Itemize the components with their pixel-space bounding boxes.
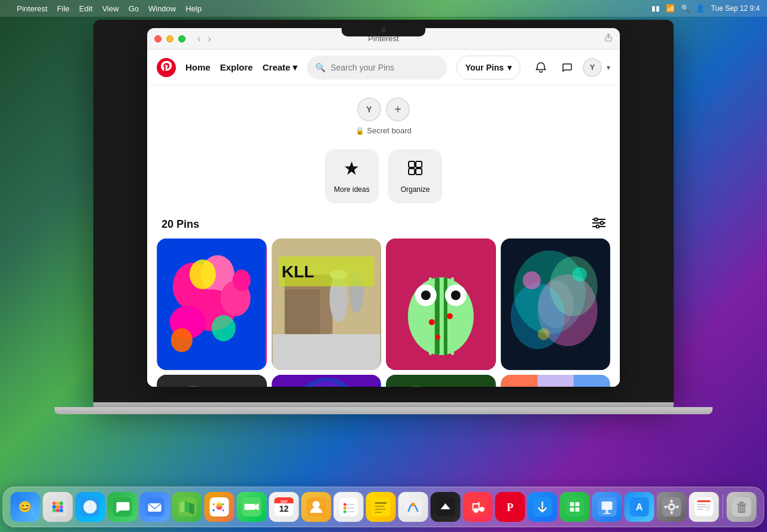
svg-text:●: ● xyxy=(212,507,215,513)
svg-point-49 xyxy=(537,280,573,328)
dock-item-numbers[interactable] xyxy=(560,492,590,522)
messages-button[interactable] xyxy=(556,57,578,78)
svg-rect-77 xyxy=(573,375,609,387)
user-avatar[interactable]: Y xyxy=(583,58,602,77)
svg-rect-3 xyxy=(409,169,415,175)
board-user-avatar: Y xyxy=(357,97,381,121)
menu-edit[interactable]: Edit xyxy=(79,4,92,13)
filter-button[interactable] xyxy=(592,218,605,231)
forward-button[interactable]: › xyxy=(205,32,213,45)
macbook-base-body xyxy=(54,407,713,414)
svg-point-84 xyxy=(53,502,56,505)
dock-item-facetime[interactable] xyxy=(237,492,267,522)
dock-item-music[interactable] xyxy=(463,492,493,522)
back-button[interactable]: ‹ xyxy=(195,32,203,45)
dock-item-appstore[interactable]: A xyxy=(625,492,655,522)
home-link[interactable]: Home xyxy=(185,62,211,72)
minimize-button[interactable] xyxy=(166,35,174,42)
svg-rect-135 xyxy=(468,497,488,516)
svg-rect-33 xyxy=(435,277,440,355)
svg-rect-148 xyxy=(576,507,580,512)
svg-point-121 xyxy=(343,503,346,506)
pins-count: 20 Pins xyxy=(162,218,199,231)
dock-item-photos[interactable]: ●●●● xyxy=(205,492,235,522)
pin-card[interactable]: 30 xyxy=(386,375,496,387)
dock-item-calendar[interactable]: SEP12 xyxy=(269,492,299,522)
more-ideas-button[interactable]: More ideas xyxy=(325,149,379,203)
svg-rect-76 xyxy=(537,375,573,387)
nav-bar: Home Explore Create ▾ 🔍 Search your Pins… xyxy=(147,50,620,85)
secret-board-section: Y + 🔒 Secret board xyxy=(147,85,620,145)
dock-item-pinterest[interactable]: P xyxy=(495,492,525,522)
svg-text:●: ● xyxy=(222,507,225,513)
dock-item-contacts[interactable] xyxy=(302,492,331,522)
svg-text:KLL: KLL xyxy=(281,262,314,281)
dock-item-maps[interactable] xyxy=(172,492,202,522)
board-add-button[interactable]: + xyxy=(386,97,410,121)
board-user-initial: Y xyxy=(366,105,372,114)
your-pins-button[interactable]: Your Pins ▾ xyxy=(456,56,521,80)
svg-point-9 xyxy=(601,222,604,225)
pinterest-logo[interactable] xyxy=(157,58,176,77)
dock-item-settings[interactable] xyxy=(657,492,687,522)
pin-card[interactable]: + xyxy=(272,375,382,387)
dock-item-keynote[interactable] xyxy=(592,492,622,522)
menu-go[interactable]: Go xyxy=(129,4,139,13)
svg-point-10 xyxy=(596,225,599,228)
search-icon[interactable]: 🔍 xyxy=(681,4,690,13)
dock-item-news[interactable] xyxy=(689,492,719,522)
svg-rect-144 xyxy=(565,497,585,516)
dock-item-launchpad[interactable] xyxy=(43,492,73,522)
dock-item-mail[interactable] xyxy=(140,492,170,522)
nav-icons: Y ▾ xyxy=(530,57,610,78)
svg-rect-132 xyxy=(404,497,423,516)
pin-card[interactable] xyxy=(157,375,267,387)
dock-item-notes[interactable] xyxy=(366,492,396,522)
dock-item-finder[interactable]: 😊 xyxy=(11,492,41,522)
dock-item-safari[interactable] xyxy=(75,492,105,522)
menu-bar: Pinterest File Edit View Go Window Help … xyxy=(0,0,767,17)
dock-item-airdrop[interactable] xyxy=(528,492,558,522)
menu-help[interactable]: Help xyxy=(185,4,202,13)
dock-item-appletv[interactable] xyxy=(431,492,461,522)
dock-item-trash[interactable] xyxy=(727,492,757,522)
app-name[interactable]: Pinterest xyxy=(17,4,47,13)
organize-label: Organize xyxy=(401,185,430,194)
pin-card[interactable] xyxy=(386,239,496,370)
your-pins-chevron: ▾ xyxy=(507,63,512,72)
explore-link[interactable]: Explore xyxy=(220,62,253,72)
notifications-button[interactable] xyxy=(530,57,552,78)
svg-rect-75 xyxy=(501,375,537,387)
svg-rect-120 xyxy=(339,497,358,516)
search-bar[interactable]: 🔍 Search your Pins xyxy=(307,56,446,80)
secret-label-text: Secret board xyxy=(367,126,411,135)
svg-point-20 xyxy=(233,270,251,291)
organize-icon xyxy=(407,160,424,181)
pin-card[interactable]: ? xyxy=(501,375,611,387)
dock-item-freeform[interactable] xyxy=(398,492,428,522)
dock-item-messages[interactable] xyxy=(108,492,138,522)
share-button[interactable] xyxy=(604,33,613,44)
svg-point-39 xyxy=(421,291,431,300)
svg-rect-146 xyxy=(576,502,580,506)
svg-point-19 xyxy=(171,328,193,352)
pin-card[interactable] xyxy=(501,239,611,370)
svg-rect-140 xyxy=(473,503,480,505)
user-chevron[interactable]: ▾ xyxy=(607,63,610,72)
menu-file[interactable]: File xyxy=(57,4,69,13)
dock-item-reminders[interactable] xyxy=(334,492,364,522)
your-pins-label: Your Pins xyxy=(465,63,504,72)
menu-view[interactable]: View xyxy=(102,4,119,13)
dock-divider xyxy=(723,495,723,519)
lock-icon: 🔒 xyxy=(355,127,364,135)
menu-window[interactable]: Window xyxy=(148,4,176,13)
create-dropdown[interactable]: Create ▾ xyxy=(263,62,298,73)
maximize-button[interactable] xyxy=(178,35,185,42)
organize-button[interactable]: Organize xyxy=(388,149,442,203)
pin-card[interactable]: KLL xyxy=(272,239,382,370)
pin-card[interactable] xyxy=(157,239,267,370)
close-button[interactable] xyxy=(154,35,162,42)
search-icon: 🔍 xyxy=(315,63,325,72)
user-icon[interactable]: 👤 xyxy=(696,4,705,13)
svg-rect-1 xyxy=(409,161,415,167)
